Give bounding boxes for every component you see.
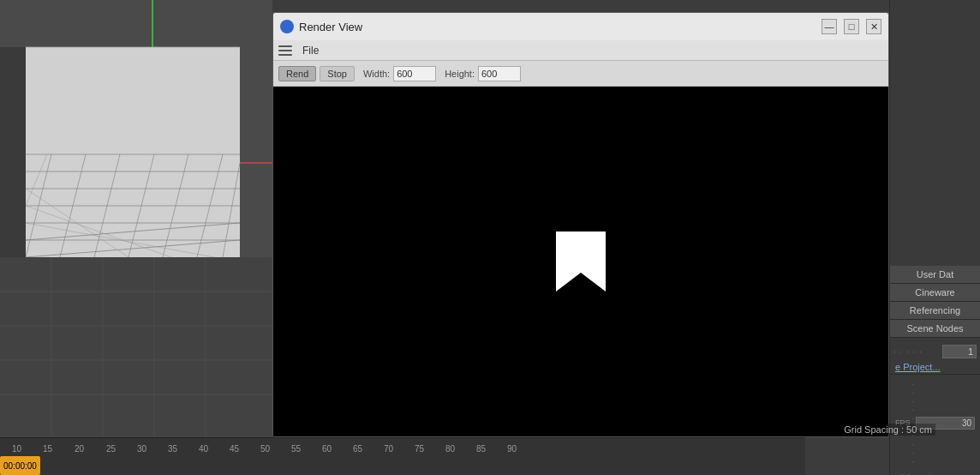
- dots-row: · · · · ·: [890, 343, 980, 360]
- tick-15: 15: [43, 444, 52, 454]
- cineware-button[interactable]: Cineware: [890, 284, 980, 302]
- timeline-bar: 10 15 20 25 30 35 40 45 50 55 60 65 70 7…: [0, 437, 805, 475]
- hamburger-menu-icon[interactable]: [278, 45, 292, 56]
- timeline-numbers: 10 15 20 25 30 35 40 45 50 55 60 65 70 7…: [0, 440, 805, 457]
- svg-rect-25: [0, 257, 272, 437]
- height-label: Height:: [445, 69, 475, 79]
- tick-25: 25: [106, 444, 116, 454]
- tick-55: 55: [291, 444, 301, 454]
- grid-spacing-label: Grid Spacing : 50 cm: [840, 424, 935, 436]
- window-controls: — □ ✕: [822, 19, 881, 34]
- render-canvas: [273, 87, 888, 436]
- scene-nodes-button[interactable]: Scene Nodes: [890, 320, 980, 338]
- render-toolbar: Rend Stop Width: Height:: [273, 61, 888, 87]
- right-panel-top: User Dat Cineware Referencing Scene Node…: [890, 0, 980, 374]
- tick-90: 90: [507, 444, 517, 454]
- viewport-scene: [0, 0, 272, 437]
- render-menu-bar: File: [273, 40, 888, 61]
- tick-60: 60: [322, 444, 332, 454]
- tick-65: 65: [353, 444, 362, 454]
- tick-30: 30: [137, 444, 146, 454]
- tick-75: 75: [415, 444, 424, 454]
- right-panel: User Dat Cineware Referencing Scene Node…: [889, 0, 980, 475]
- dots-decoration: · · · · ·: [893, 347, 942, 357]
- tick-35: 35: [168, 444, 177, 454]
- referencing-button[interactable]: Referencing: [890, 302, 980, 320]
- left-viewport: Default Camera: [0, 0, 272, 437]
- svg-marker-34: [556, 231, 606, 292]
- close-button[interactable]: ✕: [866, 19, 881, 34]
- project-link[interactable]: e Project...: [890, 360, 980, 374]
- tick-70: 70: [384, 444, 393, 454]
- width-input[interactable]: [393, 66, 436, 81]
- tick-40: 40: [199, 444, 208, 454]
- render-titlebar: Render View — □ ✕: [273, 13, 888, 40]
- minimum-time-row: Minimum Time · · · ▲ ▼: [893, 467, 977, 475]
- bookmark-shape: [556, 231, 606, 292]
- tick-45: 45: [230, 444, 239, 454]
- restore-button[interactable]: □: [844, 19, 859, 34]
- tick-50: 50: [260, 444, 270, 454]
- user-dat-button[interactable]: User Dat: [890, 266, 980, 284]
- file-menu-item[interactable]: File: [299, 45, 322, 57]
- height-input[interactable]: [478, 66, 521, 81]
- render-view-window: Render View — □ ✕ File Rend Stop Width: …: [272, 12, 889, 437]
- tick-80: 80: [445, 444, 455, 454]
- stop-button[interactable]: Stop: [320, 66, 355, 81]
- tick-20: 20: [75, 444, 84, 454]
- tick-85: 85: [476, 444, 486, 454]
- minimize-button[interactable]: —: [822, 19, 837, 34]
- svg-rect-24: [0, 47, 26, 257]
- dots-value-input[interactable]: [942, 345, 977, 358]
- width-label: Width:: [363, 69, 390, 79]
- rend-button[interactable]: Rend: [278, 66, 316, 81]
- fps-row: FPS · · · · · · · · · ·: [893, 378, 977, 467]
- timeline-playhead[interactable]: 00:00:00: [0, 456, 40, 475]
- tick-10: 10: [12, 444, 21, 454]
- render-window-title: Render View: [299, 21, 362, 33]
- render-icon: [280, 20, 294, 33]
